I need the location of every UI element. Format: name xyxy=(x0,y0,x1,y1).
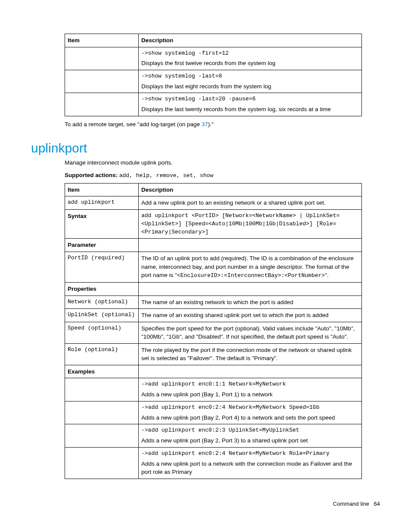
table1-r3-cmd: ->show systemlog -last=20 -pause=6 xyxy=(141,95,359,103)
ex1-desc: ->add uplinkport enc0:1:1 Network=MyNetw… xyxy=(139,378,362,401)
ex2-item xyxy=(65,401,139,424)
row-speed-item: Speed (optional) xyxy=(65,322,139,343)
ex3-text: Adds a new uplink port (Bay 2, Port 3) t… xyxy=(141,436,359,445)
row-uplinkset-item: UplinkSet (optional) xyxy=(65,309,139,322)
note-post: )." xyxy=(208,121,214,128)
row-role-item: Role (optional) xyxy=(65,343,139,365)
table1-r2-item xyxy=(65,70,139,93)
row-parameter-header: Parameter xyxy=(65,239,139,252)
page-link-37[interactable]: 37 xyxy=(202,121,208,128)
row-parameter-blank xyxy=(139,239,362,252)
ex1-cmd: ->add uplinkport enc0:1:1 Network=MyNetw… xyxy=(141,380,359,389)
row-syntax-item: Syntax xyxy=(65,209,139,239)
ex4-desc: ->add uplinkport enc0:2:4 Network=MyNetw… xyxy=(139,447,362,479)
table1-r3-text: Displays the last twenty records from th… xyxy=(141,105,359,114)
table1-r3-item xyxy=(65,93,139,116)
table1-r2-cmd: ->show systemlog -last=8 xyxy=(141,72,359,81)
table1-r2-desc: ->show systemlog -last=8 Displays the la… xyxy=(139,70,362,93)
ex3-cmd: ->add uplinkport enc0:2:3 UplinkSet=MyUp… xyxy=(141,426,359,435)
row-add-desc: Add a new uplink port to an existing net… xyxy=(139,196,362,210)
footer-page: 64 xyxy=(374,501,380,507)
row-add-item: add uplinkport xyxy=(65,196,139,210)
ex2-text: Adds a new uplink port (Bay 2, Port 4) t… xyxy=(141,414,359,422)
section-intro: Manage interconnect module uplink ports. xyxy=(65,159,380,167)
table1-r1-cmd: ->show systemlog -first=12 xyxy=(141,50,359,58)
row-speed-desc: Specifies the port speed for the port (o… xyxy=(139,322,362,343)
row-properties-blank xyxy=(139,282,362,296)
row-properties-header: Properties xyxy=(65,282,139,296)
supported-values: add, help, remove, set, show xyxy=(119,172,213,179)
table1-r2-text: Displays the last eight records from the… xyxy=(141,82,359,91)
ex2-cmd: ->add uplinkport enc0:2:4 Network=MyNetw… xyxy=(141,404,359,412)
supported-actions: Supported actions: add, help, remove, se… xyxy=(65,171,380,180)
systemlog-table: Item Description ->show systemlog -first… xyxy=(65,34,362,116)
remote-target-note: To add a remote target, see "add log-tar… xyxy=(65,121,380,129)
ex3-item xyxy=(65,424,139,447)
ex2-desc: ->add uplinkport enc0:2:4 Network=MyNetw… xyxy=(139,401,362,424)
row-portid-mono: <EnclosureID>:<InterconnectBay>:<PortNum… xyxy=(177,272,325,279)
row-examples-blank xyxy=(139,365,362,378)
section-title-uplinkport: uplinkport xyxy=(31,141,380,156)
note-pre: To add a remote target, see "add log-tar… xyxy=(65,121,202,128)
footer-label: Command line xyxy=(333,501,369,507)
table1-r1-item xyxy=(65,47,139,70)
page-footer: Command line 64 xyxy=(31,501,380,507)
ex1-text: Adds a new uplink port (Bay 1, Port 1) t… xyxy=(141,390,359,399)
row-portid-post: ". xyxy=(325,272,329,278)
row-uplinkset-desc: The name of an existing shared uplink po… xyxy=(139,309,362,322)
row-role-desc: The role played by the port if the conne… xyxy=(139,343,362,365)
table1-r1-desc: ->show systemlog -first=12 Displays the … xyxy=(139,47,362,70)
row-examples-header: Examples xyxy=(65,365,139,378)
table1-r1-text: Displays the first twelve records from t… xyxy=(141,59,359,68)
row-syntax-desc: add uplinkport <PortID> [Network=<Networ… xyxy=(139,209,362,239)
ex4-cmd: ->add uplinkport enc0:2:4 Network=MyNetw… xyxy=(141,450,359,458)
table1-header-item: Item xyxy=(65,34,139,47)
table2-header-desc: Description xyxy=(139,183,362,196)
ex3-desc: ->add uplinkport enc0:2:3 UplinkSet=MyUp… xyxy=(139,424,362,447)
uplinkport-table: Item Description add uplinkport Add a ne… xyxy=(65,183,362,479)
row-portid-item: PortID (required) xyxy=(65,252,139,282)
ex4-item xyxy=(65,447,139,479)
row-network-desc: The name of an existing network to which… xyxy=(139,296,362,309)
ex4-text: Adds a new uplink port to a network with… xyxy=(141,460,359,476)
ex1-item xyxy=(65,378,139,401)
table2-header-item: Item xyxy=(65,183,139,196)
row-network-item: Network (optional) xyxy=(65,296,139,309)
supported-label: Supported actions xyxy=(65,172,116,178)
row-portid-desc: The ID of an uplink port to add (require… xyxy=(139,252,362,282)
table1-r3-desc: ->show systemlog -last=20 -pause=6 Displ… xyxy=(139,93,362,116)
table1-header-desc: Description xyxy=(139,34,362,47)
